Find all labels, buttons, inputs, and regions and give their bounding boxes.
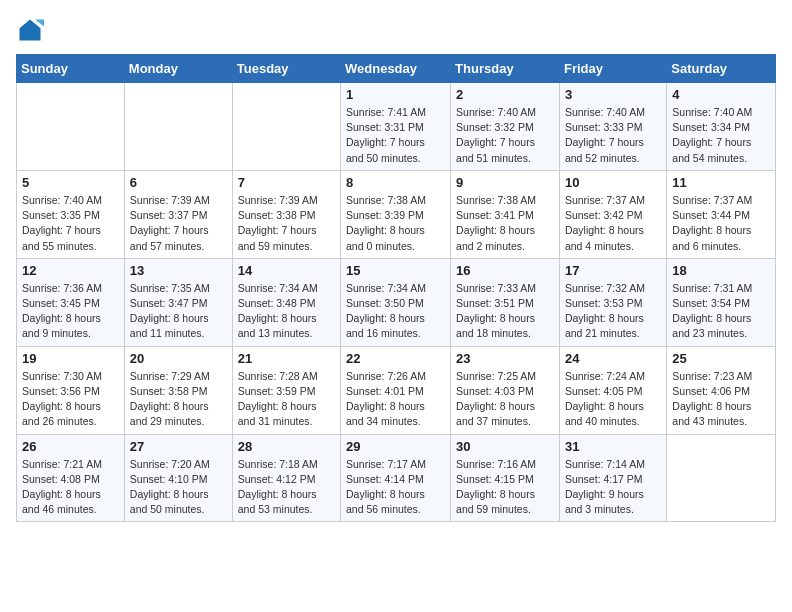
svg-marker-0 — [20, 20, 41, 41]
weekday-header-wednesday: Wednesday — [341, 55, 451, 83]
day-number: 29 — [346, 439, 445, 454]
week-row-4: 19Sunrise: 7:30 AM Sunset: 3:56 PM Dayli… — [17, 346, 776, 434]
day-cell: 11Sunrise: 7:37 AM Sunset: 3:44 PM Dayli… — [667, 170, 776, 258]
day-cell: 12Sunrise: 7:36 AM Sunset: 3:45 PM Dayli… — [17, 258, 125, 346]
day-info: Sunrise: 7:40 AM Sunset: 3:33 PM Dayligh… — [565, 105, 661, 166]
day-cell: 13Sunrise: 7:35 AM Sunset: 3:47 PM Dayli… — [124, 258, 232, 346]
day-number: 10 — [565, 175, 661, 190]
day-cell: 30Sunrise: 7:16 AM Sunset: 4:15 PM Dayli… — [451, 434, 560, 522]
day-cell: 31Sunrise: 7:14 AM Sunset: 4:17 PM Dayli… — [559, 434, 666, 522]
day-cell: 25Sunrise: 7:23 AM Sunset: 4:06 PM Dayli… — [667, 346, 776, 434]
weekday-header-row: SundayMondayTuesdayWednesdayThursdayFrid… — [17, 55, 776, 83]
day-cell: 6Sunrise: 7:39 AM Sunset: 3:37 PM Daylig… — [124, 170, 232, 258]
day-info: Sunrise: 7:26 AM Sunset: 4:01 PM Dayligh… — [346, 369, 445, 430]
header — [16, 16, 776, 44]
day-cell — [667, 434, 776, 522]
day-number: 6 — [130, 175, 227, 190]
day-info: Sunrise: 7:28 AM Sunset: 3:59 PM Dayligh… — [238, 369, 335, 430]
day-cell: 2Sunrise: 7:40 AM Sunset: 3:32 PM Daylig… — [451, 83, 560, 171]
day-number: 20 — [130, 351, 227, 366]
day-number: 1 — [346, 87, 445, 102]
day-info: Sunrise: 7:30 AM Sunset: 3:56 PM Dayligh… — [22, 369, 119, 430]
weekday-header-saturday: Saturday — [667, 55, 776, 83]
day-cell: 3Sunrise: 7:40 AM Sunset: 3:33 PM Daylig… — [559, 83, 666, 171]
day-number: 2 — [456, 87, 554, 102]
day-cell: 28Sunrise: 7:18 AM Sunset: 4:12 PM Dayli… — [232, 434, 340, 522]
day-number: 26 — [22, 439, 119, 454]
day-info: Sunrise: 7:40 AM Sunset: 3:32 PM Dayligh… — [456, 105, 554, 166]
day-number: 9 — [456, 175, 554, 190]
day-info: Sunrise: 7:38 AM Sunset: 3:39 PM Dayligh… — [346, 193, 445, 254]
day-cell: 14Sunrise: 7:34 AM Sunset: 3:48 PM Dayli… — [232, 258, 340, 346]
day-cell: 24Sunrise: 7:24 AM Sunset: 4:05 PM Dayli… — [559, 346, 666, 434]
day-info: Sunrise: 7:34 AM Sunset: 3:50 PM Dayligh… — [346, 281, 445, 342]
day-info: Sunrise: 7:34 AM Sunset: 3:48 PM Dayligh… — [238, 281, 335, 342]
day-info: Sunrise: 7:21 AM Sunset: 4:08 PM Dayligh… — [22, 457, 119, 518]
day-cell: 4Sunrise: 7:40 AM Sunset: 3:34 PM Daylig… — [667, 83, 776, 171]
day-cell: 27Sunrise: 7:20 AM Sunset: 4:10 PM Dayli… — [124, 434, 232, 522]
day-cell: 17Sunrise: 7:32 AM Sunset: 3:53 PM Dayli… — [559, 258, 666, 346]
day-info: Sunrise: 7:32 AM Sunset: 3:53 PM Dayligh… — [565, 281, 661, 342]
day-number: 3 — [565, 87, 661, 102]
week-row-3: 12Sunrise: 7:36 AM Sunset: 3:45 PM Dayli… — [17, 258, 776, 346]
week-row-5: 26Sunrise: 7:21 AM Sunset: 4:08 PM Dayli… — [17, 434, 776, 522]
day-info: Sunrise: 7:41 AM Sunset: 3:31 PM Dayligh… — [346, 105, 445, 166]
day-number: 19 — [22, 351, 119, 366]
day-number: 16 — [456, 263, 554, 278]
day-info: Sunrise: 7:37 AM Sunset: 3:44 PM Dayligh… — [672, 193, 770, 254]
day-info: Sunrise: 7:35 AM Sunset: 3:47 PM Dayligh… — [130, 281, 227, 342]
day-info: Sunrise: 7:40 AM Sunset: 3:34 PM Dayligh… — [672, 105, 770, 166]
week-row-1: 1Sunrise: 7:41 AM Sunset: 3:31 PM Daylig… — [17, 83, 776, 171]
day-info: Sunrise: 7:14 AM Sunset: 4:17 PM Dayligh… — [565, 457, 661, 518]
day-number: 28 — [238, 439, 335, 454]
day-cell: 19Sunrise: 7:30 AM Sunset: 3:56 PM Dayli… — [17, 346, 125, 434]
day-info: Sunrise: 7:23 AM Sunset: 4:06 PM Dayligh… — [672, 369, 770, 430]
day-number: 17 — [565, 263, 661, 278]
weekday-header-thursday: Thursday — [451, 55, 560, 83]
logo — [16, 16, 48, 44]
day-info: Sunrise: 7:17 AM Sunset: 4:14 PM Dayligh… — [346, 457, 445, 518]
day-info: Sunrise: 7:38 AM Sunset: 3:41 PM Dayligh… — [456, 193, 554, 254]
day-cell — [232, 83, 340, 171]
day-number: 12 — [22, 263, 119, 278]
weekday-header-friday: Friday — [559, 55, 666, 83]
day-number: 24 — [565, 351, 661, 366]
day-cell: 1Sunrise: 7:41 AM Sunset: 3:31 PM Daylig… — [341, 83, 451, 171]
day-number: 5 — [22, 175, 119, 190]
day-cell: 26Sunrise: 7:21 AM Sunset: 4:08 PM Dayli… — [17, 434, 125, 522]
day-cell — [17, 83, 125, 171]
day-info: Sunrise: 7:29 AM Sunset: 3:58 PM Dayligh… — [130, 369, 227, 430]
day-cell — [124, 83, 232, 171]
day-number: 23 — [456, 351, 554, 366]
day-cell: 10Sunrise: 7:37 AM Sunset: 3:42 PM Dayli… — [559, 170, 666, 258]
day-info: Sunrise: 7:40 AM Sunset: 3:35 PM Dayligh… — [22, 193, 119, 254]
weekday-header-tuesday: Tuesday — [232, 55, 340, 83]
day-info: Sunrise: 7:36 AM Sunset: 3:45 PM Dayligh… — [22, 281, 119, 342]
day-number: 14 — [238, 263, 335, 278]
logo-icon — [16, 16, 44, 44]
day-info: Sunrise: 7:20 AM Sunset: 4:10 PM Dayligh… — [130, 457, 227, 518]
day-info: Sunrise: 7:25 AM Sunset: 4:03 PM Dayligh… — [456, 369, 554, 430]
day-number: 15 — [346, 263, 445, 278]
day-cell: 18Sunrise: 7:31 AM Sunset: 3:54 PM Dayli… — [667, 258, 776, 346]
day-info: Sunrise: 7:39 AM Sunset: 3:38 PM Dayligh… — [238, 193, 335, 254]
day-cell: 20Sunrise: 7:29 AM Sunset: 3:58 PM Dayli… — [124, 346, 232, 434]
weekday-header-monday: Monday — [124, 55, 232, 83]
day-number: 31 — [565, 439, 661, 454]
day-number: 4 — [672, 87, 770, 102]
day-cell: 29Sunrise: 7:17 AM Sunset: 4:14 PM Dayli… — [341, 434, 451, 522]
day-info: Sunrise: 7:31 AM Sunset: 3:54 PM Dayligh… — [672, 281, 770, 342]
day-info: Sunrise: 7:33 AM Sunset: 3:51 PM Dayligh… — [456, 281, 554, 342]
day-info: Sunrise: 7:39 AM Sunset: 3:37 PM Dayligh… — [130, 193, 227, 254]
day-number: 8 — [346, 175, 445, 190]
day-number: 13 — [130, 263, 227, 278]
day-info: Sunrise: 7:24 AM Sunset: 4:05 PM Dayligh… — [565, 369, 661, 430]
day-cell: 22Sunrise: 7:26 AM Sunset: 4:01 PM Dayli… — [341, 346, 451, 434]
day-number: 30 — [456, 439, 554, 454]
day-info: Sunrise: 7:18 AM Sunset: 4:12 PM Dayligh… — [238, 457, 335, 518]
day-number: 18 — [672, 263, 770, 278]
day-cell: 9Sunrise: 7:38 AM Sunset: 3:41 PM Daylig… — [451, 170, 560, 258]
weekday-header-sunday: Sunday — [17, 55, 125, 83]
day-cell: 21Sunrise: 7:28 AM Sunset: 3:59 PM Dayli… — [232, 346, 340, 434]
day-info: Sunrise: 7:37 AM Sunset: 3:42 PM Dayligh… — [565, 193, 661, 254]
